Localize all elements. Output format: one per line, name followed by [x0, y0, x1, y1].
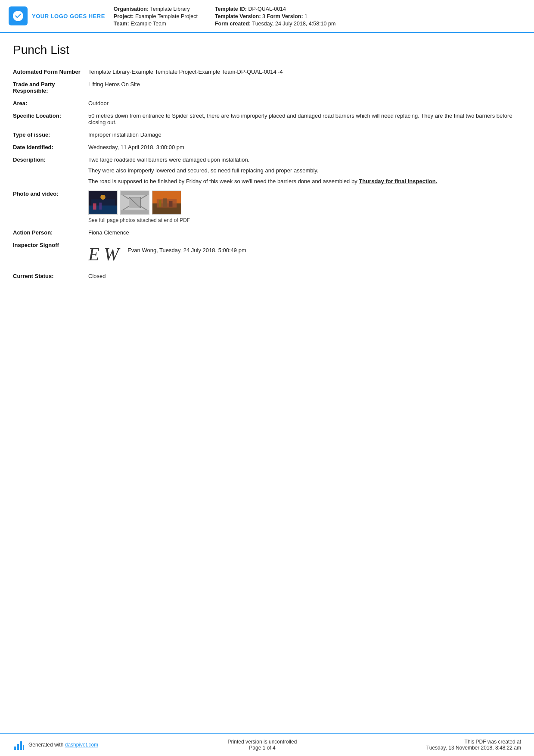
footer-center: Printed version is uncontrolled Page 1 o…: [228, 739, 297, 751]
org-line: Organisation: Template Library: [114, 6, 198, 12]
svg-rect-13: [121, 210, 149, 214]
footer-right: This PDF was created at Tuesday, 13 Nove…: [426, 739, 521, 751]
trade-party-value: Lifting Heros On Site: [88, 78, 521, 97]
inspector-signoff-value: E W Evan Wong, Tuesday, 24 July 2018, 5:…: [88, 239, 521, 270]
desc-para-2: They were also improperly lowered and se…: [88, 167, 517, 174]
current-status-label: Current Status:: [13, 270, 88, 282]
signature-meta: Evan Wong, Tuesday, 24 July 2018, 5:00:4…: [127, 242, 246, 253]
area-label: Area:: [13, 97, 88, 109]
footer-printed-line1: Printed version is uncontrolled: [228, 739, 297, 745]
type-of-issue-label: Type of issue:: [13, 128, 88, 141]
description-label: Description:: [13, 153, 88, 187]
footer-generated-text: Generated with dashpivot.com: [28, 742, 98, 748]
svg-point-3: [100, 195, 106, 200]
photo-thumb-3: [152, 191, 181, 215]
desc-para-3: The road is supposed to be finished by F…: [88, 178, 517, 184]
header-col-right: Template ID: DP-QUAL-0014 Template Versi…: [215, 6, 335, 27]
page-header: YOUR LOGO GOES HERE Organisation: Templa…: [0, 0, 534, 33]
footer-logo-icon: [13, 739, 25, 751]
area-value: Outdoor: [88, 97, 521, 109]
svg-rect-4: [93, 203, 96, 209]
svg-rect-19: [163, 198, 167, 206]
project-line: Project: Example Template Project: [114, 13, 198, 19]
photo-row: Photo and video:: [13, 187, 521, 226]
area-row: Area: Outdoor: [13, 97, 521, 109]
svg-rect-5: [99, 203, 102, 209]
specific-location-value: 50 metres down from entrance to Spider s…: [88, 109, 521, 128]
page-footer: Generated with dashpivot.com Printed ver…: [0, 733, 534, 756]
form-table: Automated Form Number Template Library-E…: [13, 66, 521, 282]
form-created-line: Form created: Tuesday, 24 July 2018, 4:5…: [215, 21, 335, 27]
description-value: Two large roadside wall barriers were da…: [88, 153, 521, 187]
inspector-signoff-label: Inspector Signoff: [13, 239, 88, 270]
header-col-left: Organisation: Template Library Project: …: [114, 6, 198, 27]
team-line: Team: Example Team: [114, 21, 198, 27]
header-metadata: Organisation: Template Library Project: …: [114, 5, 525, 27]
specific-location-label: Specific Location:: [13, 109, 88, 128]
template-id-line: Template ID: DP-QUAL-0014: [215, 6, 335, 12]
signature-row: E W Evan Wong, Tuesday, 24 July 2018, 5:…: [88, 242, 517, 267]
photo-value: See full page photos attached at end of …: [88, 187, 521, 226]
photo-thumb-1: [88, 191, 118, 215]
specific-location-row: Specific Location: 50 metres down from e…: [13, 109, 521, 128]
svg-rect-18: [159, 200, 161, 206]
footer-page-number: Page 1 of 4: [228, 745, 297, 751]
current-status-value: Closed: [88, 270, 521, 282]
type-of-issue-row: Type of issue: Improper installation Dam…: [13, 128, 521, 141]
svg-rect-24: [23, 745, 24, 750]
footer-link[interactable]: dashpivot.com: [65, 742, 98, 748]
main-content: Punch List Automated Form Number Templat…: [0, 33, 534, 291]
svg-rect-23: [20, 741, 22, 750]
current-status-row: Current Status: Closed: [13, 270, 521, 282]
footer-pdf-created-line1: This PDF was created at: [426, 739, 521, 745]
desc-para-1: Two large roadside wall barriers were da…: [88, 156, 517, 163]
svg-rect-12: [121, 191, 149, 195]
svg-rect-20: [169, 201, 173, 207]
date-identified-row: Date identified: Wednesday, 11 April 201…: [13, 141, 521, 153]
type-of-issue-value: Improper installation Damage: [88, 128, 521, 141]
footer-left: Generated with dashpivot.com: [13, 739, 98, 751]
automated-form-value: Template Library-Example Template Projec…: [88, 66, 521, 78]
photos-container: [88, 191, 517, 215]
svg-rect-22: [17, 744, 19, 750]
desc-bold-underline: Thursday for final inspection.: [359, 178, 437, 184]
automated-form-row: Automated Form Number Template Library-E…: [13, 66, 521, 78]
page-title: Punch List: [13, 43, 521, 57]
footer-pdf-created-line2: Tuesday, 13 November 2018, 8:48:22 am: [426, 745, 521, 751]
action-person-value: Fiona Clemence: [88, 226, 521, 239]
trade-party-label: Trade and Party Responsible:: [13, 78, 88, 97]
action-person-row: Action Person: Fiona Clemence: [13, 226, 521, 239]
photo-label: Photo and video:: [13, 187, 88, 226]
action-person-label: Action Person:: [13, 226, 88, 239]
description-row: Description: Two large roadside wall bar…: [13, 153, 521, 187]
date-identified-label: Date identified:: [13, 141, 88, 153]
automated-form-label: Automated Form Number: [13, 66, 88, 78]
signature-display: E W: [88, 242, 119, 267]
logo-section: YOUR LOGO GOES HERE: [9, 5, 105, 27]
trade-party-row: Trade and Party Responsible: Lifting Her…: [13, 78, 521, 97]
logo-icon: [9, 6, 28, 25]
logo-text: YOUR LOGO GOES HERE: [32, 13, 105, 19]
template-version-line: Template Version: 3 Form Version: 1: [215, 13, 335, 19]
inspector-signoff-row: Inspector Signoff E W Evan Wong, Tuesday…: [13, 239, 521, 270]
date-identified-value: Wednesday, 11 April 2018, 3:00:00 pm: [88, 141, 521, 153]
photo-caption: See full page photos attached at end of …: [88, 217, 517, 223]
svg-rect-21: [14, 747, 16, 750]
photo-thumb-2: [120, 191, 149, 215]
